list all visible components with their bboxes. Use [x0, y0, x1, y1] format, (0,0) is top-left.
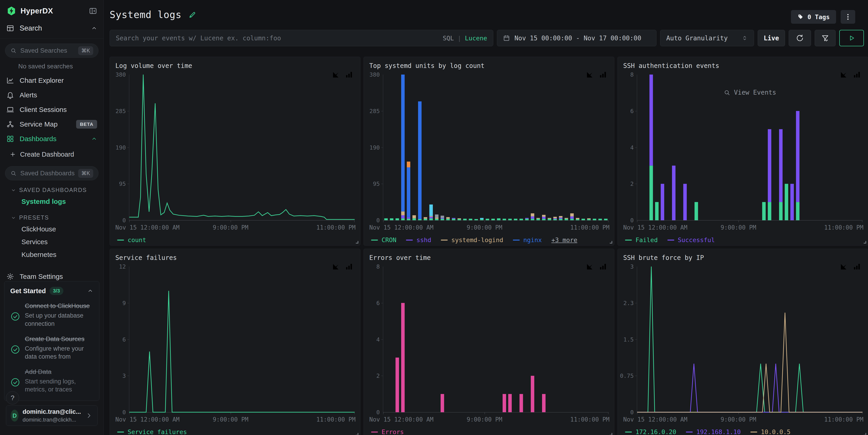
resize-handle[interactable] [864, 241, 866, 244]
legend-item-172-16-0-20[interactable]: 172.16.0.20 [625, 428, 676, 435]
get-started-item-create-data-sources[interactable]: Create Data SourcesConfigure where your … [10, 335, 93, 361]
bar-chart-toggle-icon[interactable] [345, 262, 353, 272]
line-chart-toggle-icon[interactable] [839, 262, 848, 272]
filter-button[interactable] [815, 30, 836, 46]
group-label: PRESETS [19, 214, 49, 221]
group-header-presets[interactable]: PRESETS [11, 214, 103, 221]
legend-item-10-0-0-5[interactable]: 10.0.0.5 [750, 428, 790, 435]
plot-area[interactable]: View Events [637, 74, 863, 220]
resize-handle[interactable] [610, 241, 612, 244]
granularity-select[interactable]: Auto Granularity [660, 30, 754, 46]
bar-chart-toggle-icon[interactable] [598, 71, 607, 80]
refresh-button[interactable] [789, 30, 811, 46]
legend-label: Failed [636, 237, 658, 244]
line-chart-toggle-icon[interactable] [332, 262, 340, 272]
legend-swatch [686, 432, 693, 433]
tags-label: 0 Tags [807, 13, 830, 21]
lucene-toggle[interactable]: Lucene [465, 35, 487, 42]
bar-chart-toggle-icon[interactable] [852, 71, 861, 80]
saved-searches-input[interactable]: ⌘K [5, 43, 98, 58]
group-header-saved-dashboards[interactable]: SAVED DASHBOARDS [11, 187, 103, 193]
legend-item-nginx[interactable]: nginx [513, 237, 542, 244]
view-events-button[interactable]: View Events [723, 89, 776, 96]
group-label: SAVED DASHBOARDS [19, 187, 87, 193]
legend-label: nginx [523, 237, 542, 244]
get-started-item-connect-to-clickhouse[interactable]: Connect to ClickHouseSet up your databas… [10, 302, 93, 328]
dashboard-link-systemd-logs[interactable]: Systemd logs [0, 195, 103, 208]
sidebar-item-service-map[interactable]: Service MapBETA [0, 117, 103, 131]
sql-toggle[interactable]: SQL [443, 35, 454, 42]
x-tick-label: 11:00:00 PM [824, 224, 863, 231]
bar-chart-toggle-icon[interactable] [852, 262, 861, 272]
plot-area[interactable] [383, 74, 609, 220]
time-range-picker[interactable]: Nov 15 00:00:00 - Nov 17 00:00:00 [497, 30, 656, 46]
legend-item-failed[interactable]: Failed [625, 237, 658, 244]
chart-title: Errors over time [369, 254, 609, 261]
dashboard-link-kubernetes[interactable]: Kubernetes [0, 248, 103, 261]
x-tick-mark [383, 220, 383, 222]
edit-title-pencil-icon[interactable] [188, 11, 196, 19]
sidebar-item-client-sessions[interactable]: Client Sessions [0, 102, 103, 117]
x-tick-label: 11:00:00 PM [570, 416, 610, 423]
run-query-button[interactable] [839, 30, 864, 46]
sidebar-item-search[interactable]: Search [0, 21, 103, 38]
y-tick-mark [635, 376, 637, 376]
legend-item-sshd[interactable]: sshd [406, 237, 431, 244]
dashboard-link-label: ClickHouse [22, 225, 56, 233]
line-chart-toggle-icon[interactable] [585, 262, 594, 272]
sidebar-item-chart-explorer[interactable]: Chart Explorer [0, 73, 103, 88]
plot-area[interactable] [129, 74, 355, 220]
y-tick-label: 0 [122, 218, 126, 223]
chevron-up-icon[interactable] [87, 288, 93, 294]
tags-button[interactable]: 0 Tags [791, 10, 836, 24]
dashboard-link-clickhouse[interactable]: ClickHouse [0, 223, 103, 236]
line-chart-toggle-icon[interactable] [585, 71, 594, 80]
sidebar-item-alerts[interactable]: Alerts [0, 88, 103, 102]
x-tick-mark [383, 412, 383, 414]
resize-handle[interactable] [356, 433, 358, 435]
dashboard-groups: SAVED DASHBOARDSSystemd logsPRESETSClick… [0, 187, 103, 261]
saved-dashboards-input[interactable]: ⌘K [5, 166, 98, 180]
chart-mode-toggle [839, 71, 861, 80]
sidebar-item-label: Search [20, 24, 42, 32]
user-menu[interactable]: D dominic.tran@clic... dominic.tran@clic… [6, 405, 98, 426]
legend-item-cron[interactable]: CRON [371, 237, 396, 244]
more-options-button[interactable] [841, 10, 855, 24]
line-chart-toggle-icon[interactable] [839, 71, 848, 80]
plot-area[interactable] [637, 267, 863, 412]
x-tick-label: 9:00:00 PM [467, 224, 502, 231]
chart-mode-toggle [332, 262, 353, 272]
sidebar-item-team-settings[interactable]: Team Settings [0, 269, 103, 281]
bar-chart-toggle-icon[interactable] [345, 71, 353, 80]
resize-handle[interactable] [356, 241, 358, 244]
legend-item-errors[interactable]: Errors [371, 428, 404, 435]
view-events-label: View Events [734, 89, 776, 96]
dashboard-link-services[interactable]: Services [0, 236, 103, 248]
legend-item-service-failures[interactable]: Service failures [117, 428, 187, 435]
collapse-sidebar-icon[interactable] [89, 7, 97, 15]
live-button[interactable]: Live [758, 30, 785, 46]
chart-body: 86420View Events [623, 74, 863, 220]
legend-item-successful[interactable]: Successful [668, 237, 715, 244]
legend-item-systemd-logind[interactable]: systemd-logind [441, 237, 503, 244]
y-tick-mark [127, 303, 129, 303]
create-dashboard-button[interactable]: Create Dashboard [0, 148, 103, 161]
legend-item-192-168-1-10[interactable]: 192.168.1.10 [686, 428, 741, 435]
saved-dashboards-field[interactable] [20, 169, 74, 177]
get-started-header[interactable]: Get Started 3/3 [10, 287, 93, 295]
help-label: ? [11, 394, 14, 402]
legend-item-count[interactable]: count [117, 237, 146, 244]
event-search-input[interactable] [116, 34, 438, 42]
plot-area[interactable] [129, 267, 355, 412]
line-chart-toggle-icon[interactable] [332, 71, 340, 80]
legend-more-link[interactable]: +3 more [551, 237, 578, 244]
resize-handle[interactable] [864, 433, 866, 435]
refresh-icon [796, 34, 804, 42]
get-started-item-add-data[interactable]: Add DataStart sending logs, metrics, or … [10, 368, 93, 394]
resize-handle[interactable] [610, 433, 612, 435]
help-button[interactable]: ? [6, 391, 19, 404]
bar-chart-toggle-icon[interactable] [598, 262, 607, 272]
plot-area[interactable] [383, 267, 609, 412]
saved-searches-field[interactable] [20, 47, 74, 54]
sidebar-item-dashboards[interactable]: Dashboards [0, 131, 103, 146]
